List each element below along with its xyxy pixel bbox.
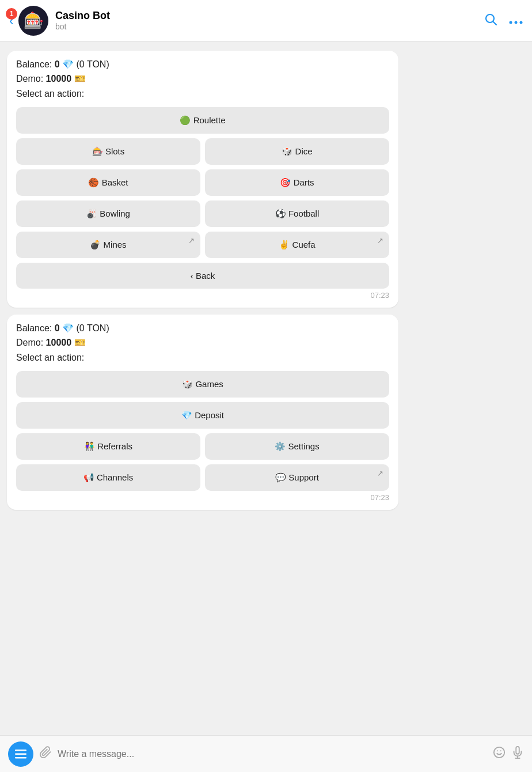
header-info: Casino Bot bot — [55, 10, 484, 31]
support-button[interactable]: 💬 Support ↗ — [205, 464, 389, 491]
svg-rect-7 — [15, 757, 26, 759]
message-time-1: 07:23 — [16, 291, 389, 300]
btn-row-roulette: 🟢 Roulette — [16, 107, 389, 134]
svg-rect-6 — [15, 753, 26, 755]
deposit-button[interactable]: 💎 Deposit — [16, 402, 389, 429]
message-1: Balance: 0 💎 (0 TON) Demo: 10000 🎫 Selec… — [7, 51, 398, 308]
svg-rect-5 — [15, 750, 26, 751]
menu-button[interactable] — [8, 741, 33, 767]
message-time-2: 07:23 — [16, 493, 389, 502]
message-2: Balance: 0 💎 (0 TON) Demo: 10000 🎫 Selec… — [7, 315, 398, 510]
demo-line-1: Demo: 10000 🎫 — [16, 73, 389, 84]
btn-row-referrals-settings: 👫 Referrals ⚙️ Settings — [16, 433, 389, 460]
message-input[interactable] — [58, 749, 487, 759]
btn-row-back: ‹ Back — [16, 263, 389, 289]
svg-point-4 — [520, 21, 523, 24]
buttons-grid-2: 🎲 Games 💎 Deposit 👫 Referrals ⚙️ Setting… — [16, 371, 389, 491]
chat-area: Balance: 0 💎 (0 TON) Demo: 10000 🎫 Selec… — [0, 41, 532, 735]
support-arrow-icon: ↗ — [377, 469, 383, 478]
bowling-button[interactable]: 🎳 Bowling — [16, 200, 200, 227]
notification-badge: 1 — [6, 8, 17, 20]
demo-line-2: Demo: 10000 🎫 — [16, 337, 389, 348]
svg-point-8 — [494, 747, 504, 757]
svg-line-1 — [493, 21, 497, 25]
btn-row-slots-dice: 🎰 Slots 🎲 Dice — [16, 138, 389, 165]
back-button[interactable]: ‹ 1 — [9, 13, 14, 29]
channels-button[interactable]: 📢 Channels — [16, 464, 200, 491]
header-icons — [484, 12, 523, 29]
btn-row-basket-darts: 🏀 Basket 🎯 Darts — [16, 169, 389, 196]
roulette-button[interactable]: 🟢 Roulette — [16, 107, 389, 134]
svg-point-2 — [510, 21, 512, 24]
btn-row-games: 🎲 Games — [16, 371, 389, 398]
games-button[interactable]: 🎲 Games — [16, 371, 389, 398]
btn-row-deposit: 💎 Deposit — [16, 402, 389, 429]
dice-button[interactable]: 🎲 Dice — [205, 138, 389, 165]
cuefa-button[interactable]: ✌️ Cuefa ↗ — [205, 232, 389, 258]
bot-status: bot — [55, 22, 484, 31]
more-icon[interactable] — [509, 13, 523, 28]
input-bar — [0, 735, 532, 772]
football-button[interactable]: ⚽ Football — [205, 200, 389, 227]
darts-button[interactable]: 🎯 Darts — [205, 169, 389, 196]
emoji-icon[interactable] — [493, 746, 506, 762]
balance-line-1: Balance: 0 💎 (0 TON) — [16, 59, 389, 70]
buttons-grid-1: 🟢 Roulette 🎰 Slots 🎲 Dice 🏀 Basket 🎯 Dar… — [16, 107, 389, 289]
search-icon[interactable] — [484, 12, 497, 29]
btn-row-bowling-football: 🎳 Bowling ⚽ Football — [16, 200, 389, 227]
basket-button[interactable]: 🏀 Basket — [16, 169, 200, 196]
cuefa-arrow-icon: ↗ — [377, 236, 383, 245]
mines-button[interactable]: 💣 Mines ↗ — [16, 232, 200, 258]
btn-row-channels-support: 📢 Channels 💬 Support ↗ — [16, 464, 389, 491]
svg-point-3 — [515, 21, 518, 24]
mines-arrow-icon: ↗ — [188, 236, 195, 245]
referrals-button[interactable]: 👫 Referrals — [16, 433, 200, 460]
avatar: 🎰 — [18, 6, 48, 36]
chat-header: ‹ 1 🎰 Casino Bot bot — [0, 0, 532, 41]
balance-line-2: Balance: 0 💎 (0 TON) — [16, 323, 389, 334]
attach-icon[interactable] — [39, 746, 52, 762]
btn-row-mines-cuefa: 💣 Mines ↗ ✌️ Cuefa ↗ — [16, 232, 389, 258]
back-button-1[interactable]: ‹ Back — [16, 263, 389, 289]
bot-name: Casino Bot — [55, 10, 484, 22]
settings-button[interactable]: ⚙️ Settings — [205, 433, 389, 460]
action-label-1: Select an action: — [16, 89, 389, 99]
slots-button[interactable]: 🎰 Slots — [16, 138, 200, 165]
mic-icon[interactable] — [511, 746, 524, 762]
action-label-2: Select an action: — [16, 353, 389, 363]
